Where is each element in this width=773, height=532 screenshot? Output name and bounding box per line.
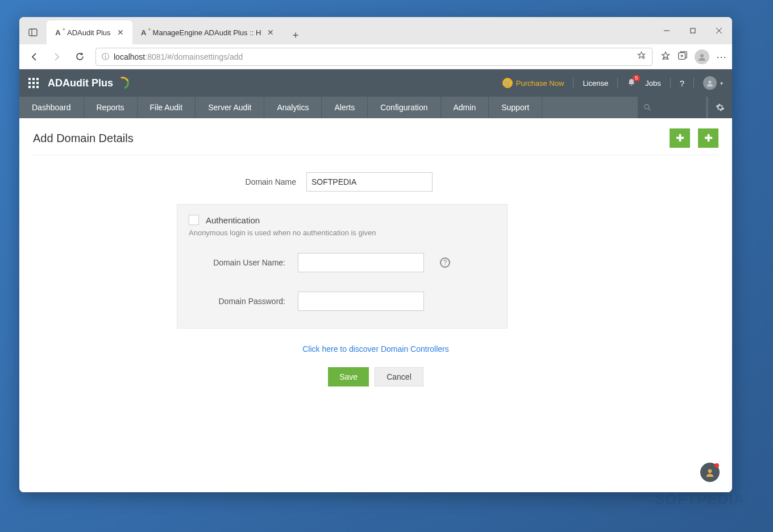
- domain-password-input[interactable]: [298, 292, 424, 311]
- authentication-hint: Anonymous login is used when no authenti…: [189, 228, 496, 237]
- nav-support[interactable]: Support: [489, 97, 542, 118]
- search-icon: [643, 103, 651, 111]
- svg-point-14: [708, 81, 711, 84]
- main-nav: Dashboard Reports File Audit Server Audi…: [19, 97, 732, 118]
- star-icon[interactable]: [637, 51, 646, 63]
- authentication-checkbox[interactable]: [189, 215, 199, 225]
- cancel-button[interactable]: Cancel: [375, 367, 423, 386]
- notification-badge: 5: [633, 75, 640, 81]
- jobs-link[interactable]: Jobs: [645, 79, 660, 88]
- close-icon[interactable]: ✕: [265, 27, 276, 38]
- tab-title: ADAudit Plus: [67, 28, 111, 37]
- window-controls: [654, 19, 732, 42]
- notifications-button[interactable]: 5: [627, 78, 636, 89]
- nav-analytics[interactable]: Analytics: [264, 97, 322, 118]
- app-area: ADAudit Plus 🛒 Purchase Now License 5 Jo…: [19, 69, 732, 492]
- more-menu-icon[interactable]: ⋯: [716, 51, 728, 63]
- favicon-icon: A+: [53, 28, 63, 37]
- person-icon: [705, 467, 715, 477]
- domain-user-label: Domain User Name:: [189, 258, 285, 267]
- brand-label: ADAudit Plus: [48, 77, 129, 89]
- floating-help-button[interactable]: [700, 463, 720, 482]
- add-button-1[interactable]: ✚: [670, 128, 690, 148]
- domain-user-input[interactable]: [298, 253, 424, 272]
- profile-avatar-icon[interactable]: [695, 49, 709, 64]
- discover-dc-link[interactable]: Click here to discover Domain Controller…: [177, 344, 575, 354]
- page-header: Add Domain Details ✚ ✚: [33, 128, 718, 155]
- favorites-icon[interactable]: [660, 51, 671, 63]
- page-title: Add Domain Details: [33, 132, 134, 145]
- authentication-label: Authentication: [206, 215, 260, 225]
- browser-window: A+ ADAudit Plus ✕ A+ ManageEngine ADAudi…: [19, 17, 732, 492]
- favicon-icon: A+: [139, 28, 148, 37]
- cart-icon: 🛒: [502, 78, 513, 88]
- license-link[interactable]: License: [583, 79, 608, 88]
- new-tab-button[interactable]: ＋: [286, 25, 305, 44]
- brand-swoosh-icon: [114, 74, 131, 91]
- close-icon[interactable]: ✕: [115, 27, 126, 38]
- site-info-icon[interactable]: ⓘ: [102, 52, 109, 62]
- svg-point-13: [700, 54, 704, 57]
- help-icon[interactable]: ?: [680, 78, 684, 88]
- save-button[interactable]: Save: [328, 367, 369, 386]
- nav-dashboard[interactable]: Dashboard: [19, 97, 84, 118]
- close-window-button[interactable]: [706, 19, 732, 42]
- svg-rect-0: [29, 29, 37, 36]
- address-input[interactable]: ⓘ localhost:8081/#/domainsettings/add: [95, 48, 653, 66]
- address-bar-row: ⓘ localhost:8081/#/domainsettings/add ⋯: [19, 44, 732, 69]
- tab-title: ManageEngine ADAudit Plus :: H: [153, 28, 261, 37]
- nav-search-input[interactable]: [638, 97, 706, 118]
- chevron-down-icon[interactable]: ▾: [720, 80, 723, 86]
- notification-dot: [714, 463, 719, 468]
- page-content: Add Domain Details ✚ ✚ Domain Name Authe…: [19, 118, 732, 492]
- purchase-now-link[interactable]: 🛒 Purchase Now: [502, 78, 564, 88]
- gear-icon: [716, 103, 725, 112]
- side-panel-toggle[interactable]: [23, 22, 43, 43]
- domain-name-label: Domain Name: [200, 177, 296, 186]
- header-right: 🛒 Purchase Now License 5 Jobs ? ▾: [502, 76, 723, 90]
- svg-line-16: [649, 109, 651, 111]
- add-button-2[interactable]: ✚: [698, 128, 718, 148]
- nav-admin[interactable]: Admin: [441, 97, 489, 118]
- minimize-button[interactable]: [654, 19, 680, 42]
- watermark: SOFTPEDIA: [655, 491, 745, 508]
- domain-form: Domain Name Authentication Anonymous log…: [177, 172, 575, 386]
- url-text: localhost:8081/#/domainsettings/add: [114, 52, 243, 61]
- nav-file-audit[interactable]: File Audit: [138, 97, 196, 118]
- help-icon[interactable]: ?: [440, 257, 450, 268]
- maximize-button[interactable]: [680, 19, 706, 42]
- tab-strip: A+ ADAudit Plus ✕ A+ ManageEngine ADAudi…: [47, 17, 305, 44]
- auth-panel: Authentication Anonymous login is used w…: [177, 204, 508, 329]
- refresh-button[interactable]: [69, 47, 90, 67]
- tab-inactive[interactable]: A+ ManageEngine ADAudit Plus :: H ✕: [132, 20, 283, 44]
- nav-configuration[interactable]: Configuration: [368, 97, 440, 118]
- apps-grid-icon[interactable]: [28, 78, 39, 88]
- user-avatar-icon[interactable]: [703, 76, 717, 90]
- toolbar-right: ⋯: [660, 49, 728, 64]
- nav-alerts[interactable]: Alerts: [322, 97, 368, 118]
- svg-point-17: [708, 469, 712, 473]
- app-header: ADAudit Plus 🛒 Purchase Now License 5 Jo…: [19, 69, 732, 97]
- svg-rect-3: [691, 28, 695, 33]
- domain-name-input[interactable]: [306, 172, 433, 192]
- nav-reports[interactable]: Reports: [84, 97, 138, 118]
- tab-active[interactable]: A+ ADAudit Plus ✕: [47, 20, 132, 44]
- domain-password-label: Domain Password:: [189, 297, 285, 306]
- forward-button[interactable]: [47, 47, 67, 67]
- title-bar: A+ ADAudit Plus ✕ A+ ManageEngine ADAudi…: [19, 17, 732, 44]
- collections-icon[interactable]: [678, 51, 688, 63]
- svg-point-15: [645, 105, 649, 109]
- settings-button[interactable]: [708, 97, 732, 118]
- nav-server-audit[interactable]: Server Audit: [196, 97, 264, 118]
- back-button[interactable]: [24, 47, 44, 67]
